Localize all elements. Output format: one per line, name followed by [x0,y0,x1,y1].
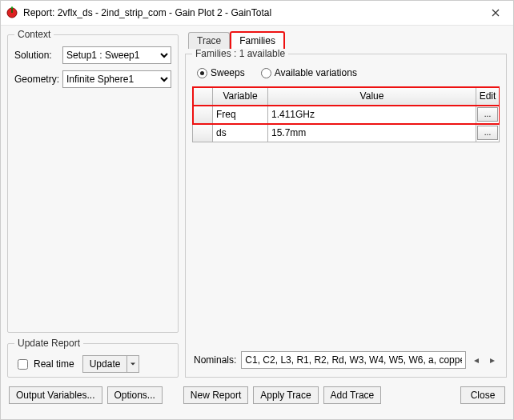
row-header-blank [193,87,213,106]
radio-dot-icon [261,68,271,78]
report-dialog: Report: 2vflx_ds - 2ind_strip_com - Gain… [0,0,514,420]
cell-value[interactable]: 1.411GHz [268,106,476,124]
cell-value[interactable]: 15.7mm [268,124,476,142]
row-header[interactable] [193,106,213,124]
window-title: Report: 2vflx_ds - 2ind_strip_com - Gain… [23,7,478,18]
right-column: Trace Families Families : 1 available Sw… [185,29,507,378]
update-report-group: Update Report Real time Update [7,338,179,378]
radio-available-variations[interactable]: Available variations [261,67,357,78]
apply-trace-button[interactable]: Apply Trace [253,386,318,404]
geometry-label: Geometry: [14,74,59,85]
table-row[interactable]: ds 15.7mm ... [193,124,500,142]
dialog-body: Context Solution: Setup1 : Sweep1 Geomet… [1,26,513,378]
col-variable[interactable]: Variable [213,87,268,106]
tab-trace[interactable]: Trace [188,32,230,49]
col-edit[interactable]: Edit [476,87,500,106]
update-button[interactable]: Update [82,355,127,373]
footer-bar: Output Variables... Options... New Repor… [1,378,513,419]
svg-point-1 [11,6,13,8]
edit-row-button[interactable]: ... [477,107,498,122]
families-mode-row: Sweeps Available variations [192,66,500,86]
families-group: Families : 1 available Sweeps Available … [185,48,507,378]
app-icon [6,6,18,19]
radio-sweeps-label: Sweeps [211,67,245,78]
families-grid[interactable]: Variable Value Edit Freq 1.411GHz ... [192,86,500,346]
solution-combo[interactable]: Setup1 : Sweep1 [62,46,171,64]
output-variables-button[interactable]: Output Variables... [9,386,102,404]
radio-sweeps[interactable]: Sweeps [197,67,245,78]
nominals-field[interactable] [241,351,466,369]
realtime-label: Real time [34,358,74,370]
table-row[interactable]: Freq 1.411GHz ... [193,106,500,124]
options-button[interactable]: Options... [107,386,163,404]
realtime-checkbox[interactable]: Real time [14,357,74,372]
update-legend: Update Report [14,338,83,349]
new-report-button[interactable]: New Report [183,386,248,404]
realtime-check-input[interactable] [18,359,28,370]
col-value[interactable]: Value [268,87,476,106]
context-legend: Context [14,29,54,40]
cell-variable[interactable]: ds [213,124,268,142]
context-group: Context Solution: Setup1 : Sweep1 Geomet… [7,29,179,333]
close-button[interactable]: Close [460,386,505,404]
tab-strip: Trace Families [185,29,507,48]
solution-label: Solution: [14,50,59,61]
update-button-caret[interactable] [126,355,139,373]
nominals-scroll-left-icon[interactable]: ◂ [471,354,482,366]
tab-families[interactable]: Families [230,31,285,49]
nominals-label: Nominals: [194,354,236,366]
left-column: Context Solution: Setup1 : Sweep1 Geomet… [7,29,179,378]
geometry-combo[interactable]: Infinite Sphere1 [62,70,171,88]
radio-dot-icon [197,68,207,78]
titlebar: Report: 2vflx_ds - 2ind_strip_com - Gain… [1,1,513,26]
cell-variable[interactable]: Freq [213,106,268,124]
edit-row-button[interactable]: ... [477,126,498,140]
row-header[interactable] [193,124,213,142]
add-trace-button[interactable]: Add Trace [323,386,382,404]
families-legend: Families : 1 available [192,48,288,59]
nominals-scroll-right-icon[interactable]: ▸ [487,354,498,366]
close-window-button[interactable] [478,1,513,25]
radio-avail-label: Available variations [275,67,357,78]
nominals-row: Nominals: ◂ ▸ [192,346,500,370]
